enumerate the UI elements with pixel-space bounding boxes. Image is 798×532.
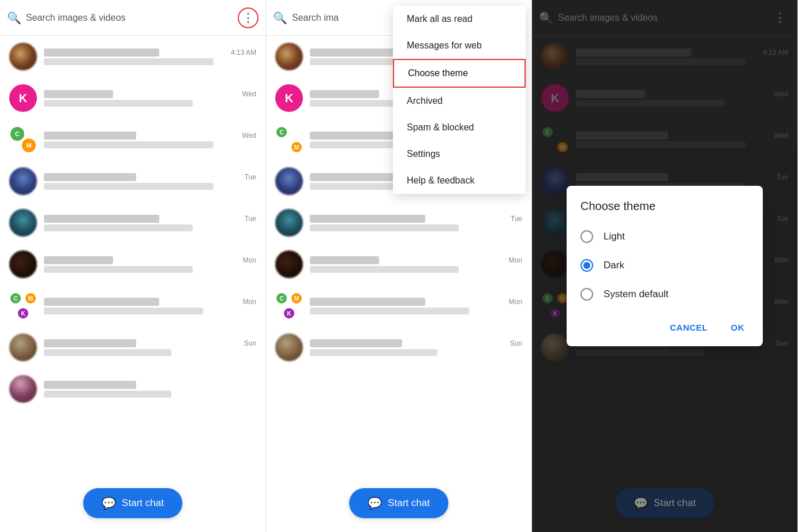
theme-label-light: Light <box>604 231 625 242</box>
panel-3: 🔍 Search images & videos ⋮ 4:13 AM K Wed… <box>532 0 798 532</box>
chat-content: Wed <box>44 90 256 107</box>
chat-time: Wed <box>242 90 256 98</box>
chat-time: Mon <box>243 256 256 264</box>
radio-dark-inner <box>583 262 590 269</box>
chat-item[interactable]: Mon <box>0 243 265 285</box>
chat-name-blur <box>44 256 113 264</box>
theme-option-system[interactable]: System default <box>567 280 763 309</box>
chat-content: Mon <box>44 256 256 273</box>
panel-1: 🔍 Search images & videos ⋮ 4:13 AM K Wed <box>0 0 266 532</box>
radio-system <box>580 288 593 301</box>
start-chat-label-2: Start chat <box>388 497 430 509</box>
search-input-1[interactable]: Search images & videos <box>26 13 238 23</box>
panel-2: 🔍 Search ima ⋮ 4:13 AM K Wed C M Wed Tue… <box>266 0 532 532</box>
theme-dialog-actions: Cancel OK <box>567 313 763 339</box>
avatar <box>9 375 37 403</box>
theme-cancel-button[interactable]: Cancel <box>661 318 717 337</box>
chat-preview <box>44 183 213 190</box>
start-chat-button-1[interactable]: 💬 Start chat <box>83 488 182 518</box>
dropdown-menu: Mark all as read Messages for web Choose… <box>393 6 526 194</box>
theme-dialog-overlay: Choose theme Light Dark System default C… <box>532 0 797 532</box>
search-icon-1: 🔍 <box>7 11 21 25</box>
theme-dialog-title: Choose theme <box>567 200 763 222</box>
chat-item[interactable]: Mon <box>266 243 531 285</box>
dropdown-item-settings[interactable]: Settings <box>393 141 526 167</box>
chat-item[interactable] <box>0 368 265 410</box>
chat-preview <box>44 391 171 398</box>
chat-preview <box>44 141 213 148</box>
chat-content: 4:13 AM <box>44 48 256 65</box>
chat-name-blur <box>44 381 136 389</box>
chat-preview <box>44 224 193 231</box>
chat-name-blur <box>44 339 136 347</box>
dropdown-item-mark-read[interactable]: Mark all as read <box>393 6 526 32</box>
chat-time: 4:13 AM <box>231 48 256 57</box>
dropdown-item-archived[interactable]: Archived <box>393 88 526 114</box>
avatar: K <box>9 84 37 112</box>
theme-ok-button[interactable]: OK <box>722 318 754 337</box>
start-chat-icon: 💬 <box>102 496 116 510</box>
start-chat-button-2[interactable]: 💬 Start chat <box>349 488 448 518</box>
search-icon-2: 🔍 <box>273 11 287 25</box>
chat-preview <box>44 100 193 107</box>
chat-preview <box>44 58 213 65</box>
radio-light <box>580 230 593 243</box>
theme-option-light[interactable]: Light <box>567 222 763 251</box>
chat-name-blur <box>44 132 136 140</box>
radio-dark <box>580 259 593 272</box>
chat-content: Tue <box>44 215 256 231</box>
chat-list-1: 4:13 AM K Wed C M <box>0 36 265 532</box>
chat-item[interactable]: C M K Mon <box>266 285 531 327</box>
theme-option-dark[interactable]: Dark <box>567 251 763 280</box>
chat-item[interactable]: C M K Mon <box>0 285 265 327</box>
chat-name-blur <box>44 298 159 306</box>
chat-item[interactable]: Sun <box>0 327 265 368</box>
chat-time: Wed <box>242 132 256 140</box>
dropdown-item-choose-theme[interactable]: Choose theme <box>393 59 526 88</box>
dropdown-item-messages-web[interactable]: Messages for web <box>393 32 526 59</box>
chat-content: Sun <box>44 339 256 356</box>
avatar <box>275 43 303 70</box>
chat-item[interactable]: K Wed <box>0 77 265 119</box>
more-menu-button-1[interactable]: ⋮ <box>238 8 258 28</box>
chat-item[interactable]: Tue <box>266 202 531 243</box>
dropdown-item-help-feedback[interactable]: Help & feedback <box>393 167 526 194</box>
chat-name-blur <box>44 215 159 223</box>
chat-preview <box>44 308 203 314</box>
chat-time: Tue <box>245 173 256 181</box>
chat-time: Mon <box>243 298 256 306</box>
start-chat-icon: 💬 <box>368 496 382 510</box>
avatar <box>9 167 37 195</box>
avatar <box>9 209 37 237</box>
avatar-group: C M <box>9 126 37 153</box>
chat-name-blur <box>44 173 136 181</box>
dropdown-item-spam-blocked[interactable]: Spam & blocked <box>393 114 526 141</box>
chat-item[interactable]: Tue <box>0 202 265 243</box>
chat-name-blur <box>44 48 159 57</box>
theme-label-system: System default <box>604 289 668 300</box>
chat-item[interactable]: Tue <box>0 160 265 202</box>
chat-item[interactable]: 4:13 AM <box>0 36 265 77</box>
chat-item[interactable]: Sun <box>266 327 531 368</box>
theme-label-dark: Dark <box>604 260 624 271</box>
chat-content: Mon <box>44 298 256 314</box>
chat-time: Sun <box>244 339 256 347</box>
avatar <box>9 43 37 70</box>
chat-time: Tue <box>245 215 256 223</box>
search-bar-1: 🔍 Search images & videos ⋮ <box>0 0 265 36</box>
chat-name-blur <box>44 90 113 98</box>
avatar-group: C M K <box>9 292 37 320</box>
avatar: K <box>275 84 303 112</box>
chat-content: Wed <box>44 132 256 148</box>
avatar <box>9 334 37 361</box>
chat-content <box>44 381 256 398</box>
avatar <box>9 250 37 278</box>
chat-preview <box>44 349 171 356</box>
chat-item[interactable]: C M Wed <box>0 119 265 160</box>
chat-content: Tue <box>44 173 256 190</box>
theme-dialog: Choose theme Light Dark System default C… <box>567 186 763 346</box>
chat-preview <box>44 266 193 273</box>
start-chat-label-1: Start chat <box>122 497 164 509</box>
